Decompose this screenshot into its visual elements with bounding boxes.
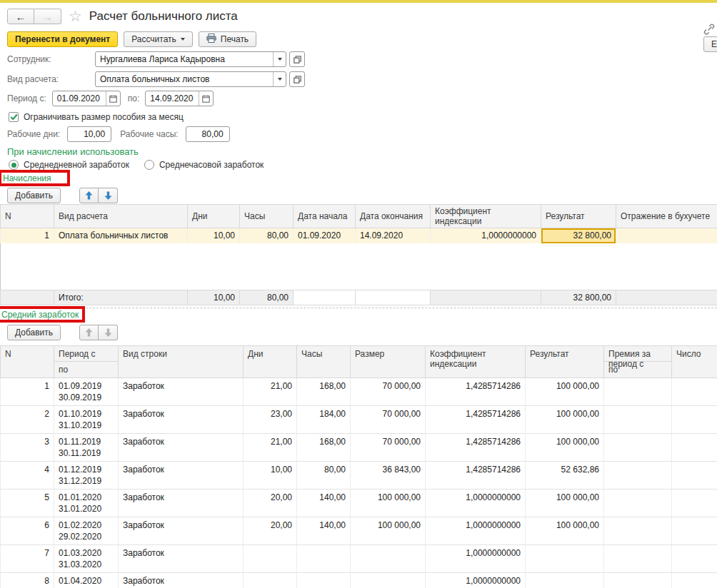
cell-result[interactable]: 100 000,00 bbox=[526, 378, 604, 406]
cell-calc-type[interactable]: Оплата больничных листов bbox=[54, 228, 188, 243]
cell-result[interactable] bbox=[526, 573, 604, 588]
cell-amount[interactable] bbox=[351, 573, 426, 588]
cell-number[interactable] bbox=[672, 573, 717, 588]
cell-period[interactable]: 01.10.201931.10.2019 bbox=[54, 406, 119, 434]
cell-period[interactable]: 01.03.202031.03.2020 bbox=[54, 545, 119, 573]
cell-days[interactable]: 20,00 bbox=[244, 517, 297, 545]
cell-hours[interactable]: 140,00 bbox=[297, 490, 351, 517]
cell-index-coeff[interactable]: 1,4285714286 bbox=[426, 434, 526, 462]
cell-days[interactable]: 10,00 bbox=[244, 462, 297, 490]
cell-index-coeff[interactable]: 1,0000000000 bbox=[431, 228, 541, 243]
period-from-calendar-button[interactable] bbox=[106, 91, 120, 106]
cell-hours[interactable]: 80,00 bbox=[297, 462, 351, 490]
cell-hours[interactable] bbox=[297, 545, 351, 573]
cell-hours[interactable]: 168,00 bbox=[297, 434, 351, 462]
cell-number[interactable] bbox=[672, 517, 717, 545]
cell-amount[interactable]: 70 000,00 bbox=[351, 378, 426, 406]
cell-result[interactable]: 100 000,00 bbox=[526, 434, 604, 462]
favorite-star-icon[interactable]: ☆ bbox=[69, 9, 82, 24]
cell-n[interactable]: 3 bbox=[1, 434, 54, 462]
section-splitter[interactable] bbox=[0, 308, 717, 308]
cell-date-end[interactable]: 14.09.2020 bbox=[356, 228, 431, 243]
cell-days[interactable]: 21,00 bbox=[244, 378, 297, 406]
cell-index-coeff[interactable]: 1,0000000000 bbox=[426, 573, 526, 588]
cell-n[interactable]: 7 bbox=[1, 545, 54, 573]
more-actions-button[interactable]: Ещ bbox=[703, 36, 717, 52]
cell-row-type[interactable]: Заработок bbox=[119, 545, 244, 573]
period-to-input[interactable]: 14.09.2020 bbox=[146, 91, 199, 106]
work-hours-input[interactable]: 80,00 bbox=[186, 126, 230, 142]
cell-days[interactable]: 20,00 bbox=[244, 490, 297, 517]
cell-index-coeff[interactable]: 1,4285714286 bbox=[426, 406, 526, 434]
cell-bonus-period[interactable] bbox=[604, 573, 672, 588]
calc-type-input[interactable]: Оплата больничных листов bbox=[96, 72, 273, 86]
cell-amount[interactable]: 100 000,00 bbox=[351, 517, 426, 545]
cell-bonus-period[interactable] bbox=[604, 406, 672, 434]
cell-amount[interactable]: 36 843,00 bbox=[351, 462, 426, 490]
cell-index-coeff[interactable]: 1,0000000000 bbox=[426, 517, 526, 545]
cell-row-type[interactable]: Заработок bbox=[119, 378, 244, 406]
cell-n[interactable]: 6 bbox=[1, 517, 54, 545]
cell-n[interactable]: 1 bbox=[1, 378, 54, 406]
employee-open-button[interactable] bbox=[289, 51, 305, 67]
cell-period[interactable]: 01.04.2020 bbox=[54, 573, 119, 588]
cell-bonus-period[interactable] bbox=[604, 490, 672, 517]
avg-hourly-radio[interactable] bbox=[144, 160, 154, 170]
cell-n[interactable]: 5 bbox=[1, 490, 54, 517]
cell-result-selected[interactable]: 32 800,00 bbox=[541, 228, 616, 243]
transfer-to-document-button[interactable]: Перенести в документ bbox=[7, 31, 118, 47]
cell-amount[interactable]: 100 000,00 bbox=[351, 490, 426, 517]
earnings-move-up-button[interactable] bbox=[79, 325, 99, 340]
cell-period[interactable]: 01.01.202031.01.2020 bbox=[54, 490, 119, 517]
cell-days[interactable]: 23,00 bbox=[244, 406, 297, 434]
cell-number[interactable] bbox=[672, 406, 717, 434]
work-days-input[interactable]: 10,00 bbox=[67, 126, 111, 142]
cell-hours[interactable]: 80,00 bbox=[240, 228, 294, 243]
period-from-input[interactable]: 01.09.2020 bbox=[53, 91, 106, 106]
cell-number[interactable] bbox=[672, 434, 717, 462]
cell-bonus-period[interactable] bbox=[604, 545, 672, 573]
cell-bonus-period[interactable] bbox=[604, 462, 672, 490]
calc-type-open-button[interactable] bbox=[289, 71, 305, 87]
accruals-section-link[interactable]: Начисления bbox=[3, 173, 51, 183]
cell-days[interactable]: 10,00 bbox=[188, 228, 240, 243]
limit-checkbox[interactable] bbox=[9, 112, 19, 122]
accruals-move-down-button[interactable] bbox=[99, 188, 118, 203]
cell-row-type[interactable]: Заработок bbox=[119, 490, 244, 517]
forward-button[interactable]: → bbox=[34, 9, 61, 24]
cell-hours[interactable]: 140,00 bbox=[297, 517, 351, 545]
cell-result[interactable]: 100 000,00 bbox=[526, 490, 604, 517]
cell-accounting[interactable] bbox=[616, 228, 717, 243]
cell-n[interactable]: 2 bbox=[1, 406, 54, 434]
avg-daily-radio[interactable] bbox=[9, 160, 19, 170]
cell-index-coeff[interactable]: 1,4285714286 bbox=[426, 378, 526, 406]
earnings-section-link[interactable]: Средний заработок bbox=[1, 310, 79, 320]
cell-number[interactable] bbox=[672, 545, 717, 573]
cell-period[interactable]: 01.11.201930.11.2019 bbox=[54, 434, 119, 462]
accruals-move-up-button[interactable] bbox=[79, 188, 99, 203]
cell-period[interactable]: 01.09.201930.09.2019 bbox=[54, 378, 119, 406]
back-button[interactable]: ← bbox=[7, 9, 34, 24]
earnings-add-button[interactable]: Добавить bbox=[7, 325, 61, 340]
cell-days[interactable]: 21,00 bbox=[244, 434, 297, 462]
cell-row-type[interactable]: Заработок bbox=[119, 462, 244, 490]
cell-row-type[interactable]: Заработок bbox=[119, 517, 244, 545]
cell-row-type[interactable]: Заработок bbox=[119, 406, 244, 434]
cell-days[interactable] bbox=[244, 545, 297, 573]
cell-period[interactable]: 01.02.202029.02.2020 bbox=[54, 517, 119, 545]
cell-result[interactable]: 100 000,00 bbox=[526, 517, 604, 545]
employee-dropdown-button[interactable] bbox=[273, 52, 286, 66]
cell-hours[interactable]: 184,00 bbox=[297, 406, 351, 434]
cell-number[interactable] bbox=[672, 490, 717, 517]
cell-bonus-period[interactable] bbox=[604, 434, 672, 462]
cell-index-coeff[interactable]: 1,0000000000 bbox=[426, 545, 526, 573]
cell-index-coeff[interactable]: 1,4285714286 bbox=[426, 462, 526, 490]
cell-hours[interactable] bbox=[297, 573, 351, 588]
cell-n[interactable]: 8 bbox=[1, 573, 54, 588]
cell-amount[interactable]: 70 000,00 bbox=[351, 434, 426, 462]
cell-row-type[interactable]: Заработок bbox=[119, 434, 244, 462]
cell-result[interactable]: 100 000,00 bbox=[526, 406, 604, 434]
cell-hours[interactable]: 168,00 bbox=[297, 378, 351, 406]
period-to-calendar-button[interactable] bbox=[199, 91, 213, 106]
cell-days[interactable] bbox=[244, 573, 297, 588]
